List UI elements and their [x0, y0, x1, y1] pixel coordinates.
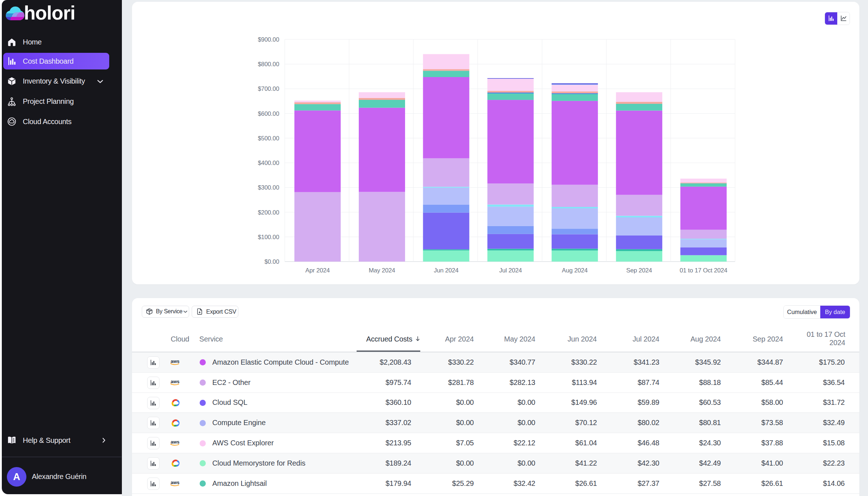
svg-text:$600.00: $600.00 [258, 110, 279, 117]
svg-text:$200.00: $200.00 [258, 209, 279, 216]
svg-text:Jul 2024: Jul 2024 [499, 267, 522, 274]
svg-text:Apr 2024: Apr 2024 [305, 267, 329, 274]
svg-text:aws: aws [170, 379, 179, 384]
svg-text:aws: aws [170, 359, 179, 364]
svg-text:aws: aws [170, 480, 179, 485]
svg-text:$500.00: $500.00 [258, 135, 279, 141]
svg-text:Aug 2024: Aug 2024 [562, 267, 588, 274]
svg-text:$400.00: $400.00 [258, 160, 279, 166]
svg-text:$700.00: $700.00 [258, 85, 279, 92]
svg-text:Sep 2024: Sep 2024 [626, 267, 652, 274]
svg-text:01 to 17 Oct 2024: 01 to 17 Oct 2024 [680, 267, 727, 274]
svg-text:$900.00: $900.00 [258, 36, 279, 43]
svg-text:May 2024: May 2024 [369, 267, 395, 274]
svg-text:$300.00: $300.00 [258, 184, 279, 191]
svg-text:$0.00: $0.00 [264, 258, 279, 265]
svg-text:aws: aws [170, 439, 179, 445]
svg-text:$800.00: $800.00 [258, 61, 279, 67]
svg-text:Jun 2024: Jun 2024 [434, 267, 458, 274]
svg-text:$100.00: $100.00 [258, 234, 279, 240]
